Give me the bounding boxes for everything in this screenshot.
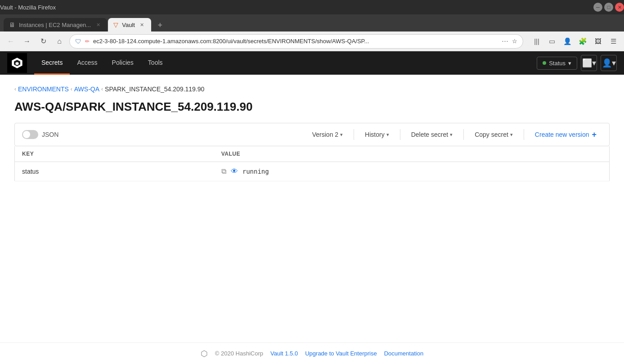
sidepanel-icon[interactable]: ▭ (546, 35, 558, 48)
console-chevron-icon: ▾ (592, 58, 596, 68)
status-button[interactable]: Status ▾ (537, 57, 577, 70)
version-chevron-icon: ▾ (340, 132, 343, 138)
breadcrumb-sep-1: ‹ (71, 86, 72, 92)
forward-button[interactable]: → (21, 35, 33, 48)
delete-label: Delete secret (411, 131, 448, 138)
history-chevron-icon: ▾ (386, 132, 389, 138)
breadcrumb-sep-2: ‹ (101, 86, 103, 92)
browser-actions: ||| ▭ 👤 🧩 🖼 ☰ (530, 35, 620, 48)
table-head: Key Value (15, 146, 610, 162)
json-toggle[interactable] (22, 130, 38, 139)
create-new-icon: + (592, 130, 597, 139)
url-text: ec2-3-80-18-124.compute-1.amazonaws.com:… (93, 38, 498, 45)
breadcrumb-aws-qa[interactable]: AWS-QA (74, 85, 99, 93)
tab-vault-favicon: ▽ (113, 21, 118, 28)
value-cell-inner: ⧉ 👁 running (221, 167, 602, 175)
copy-value-icon[interactable]: ⧉ (221, 167, 226, 175)
new-tab-button[interactable]: + (154, 19, 166, 31)
account-icon[interactable]: 👤 (561, 35, 574, 48)
portrait-icon[interactable]: 🖼 (592, 35, 604, 48)
edit-icon: ✏ (85, 38, 90, 45)
copy-label: Copy secret (475, 131, 508, 138)
tab-ec2[interactable]: 🖥 Instances | EC2 Managen... ✕ (4, 18, 107, 31)
tab-ec2-close[interactable]: ✕ (94, 21, 102, 28)
toolbar-divider-3 (463, 129, 464, 140)
user-chevron-icon: ▾ (612, 58, 616, 68)
vault-logo[interactable] (7, 53, 27, 73)
nav-policies[interactable]: Policies (105, 51, 141, 75)
json-toggle-label: JSON (42, 131, 58, 138)
reload-button[interactable]: ↻ (37, 35, 49, 48)
delete-secret-button[interactable]: Delete secret ▾ (406, 128, 458, 141)
breadcrumb-current: SPARK_INSTANCE_54.209.119.90 (105, 85, 204, 93)
col-key: Key (15, 146, 214, 162)
console-button[interactable]: ⬜ ▾ (581, 55, 597, 71)
copy-secret-button[interactable]: Copy secret ▾ (469, 128, 518, 141)
version-button[interactable]: Version 2 ▾ (307, 128, 348, 141)
status-label: Status (549, 60, 566, 67)
tab-vault-label: Vault (122, 22, 135, 28)
tab-ec2-favicon: 🖥 (9, 21, 15, 28)
col-value: Value (214, 146, 610, 162)
console-icon: ⬜ (582, 58, 592, 68)
value-cell: ⧉ 👁 running (214, 162, 610, 181)
back-button[interactable]: ← (4, 35, 17, 48)
show-value-icon[interactable]: 👁 (231, 167, 238, 175)
user-icon: 👤 (602, 58, 612, 68)
minimize-button[interactable]: ─ (593, 3, 602, 12)
nav-tools[interactable]: Tools (141, 51, 170, 75)
json-toggle-wrap: JSON (22, 130, 58, 139)
table-row: status ⧉ 👁 running (15, 162, 610, 181)
tab-vault-close[interactable]: ✕ (139, 21, 146, 28)
create-new-version-button[interactable]: Create new version + (530, 127, 602, 142)
window-controls: ─ □ ✕ (593, 3, 624, 12)
address-bar: ← → ↻ ⌂ 🛡 ✏ ec2-3-80-18-124.compute-1.am… (0, 31, 624, 51)
secret-table: Key Value status ⧉ 👁 running (14, 146, 610, 181)
breadcrumb-sep-0: ‹ (14, 86, 16, 92)
breadcrumb: ‹ ENVIRONMENTS ‹ AWS-QA ‹ SPARK_INSTANCE… (14, 85, 610, 93)
copy-chevron-icon: ▾ (510, 132, 513, 138)
table-body: status ⧉ 👁 running (15, 162, 610, 181)
vault-navbar: Secrets Access Policies Tools Status ▾ ⬜… (0, 51, 624, 75)
nav-access[interactable]: Access (70, 51, 104, 75)
browser-titlebar: Vault - Mozilla Firefox ─ □ ✕ (0, 0, 624, 14)
create-new-label: Create new version (535, 131, 589, 138)
secret-toolbar: JSON Version 2 ▾ History ▾ Delete secret… (14, 123, 610, 146)
vault-logo-icon (11, 57, 23, 69)
url-more-icon[interactable]: ··· (502, 36, 508, 46)
user-button[interactable]: 👤 ▾ (601, 55, 617, 71)
bookmark-icon[interactable]: ☆ (512, 38, 517, 45)
secret-value: running (242, 168, 269, 175)
tab-vault[interactable]: ▽ Vault ✕ (108, 18, 151, 31)
history-button[interactable]: History ▾ (359, 128, 395, 141)
breadcrumb-environments[interactable]: ENVIRONMENTS (18, 85, 69, 93)
toolbar-divider-4 (524, 129, 524, 140)
table-header-row: Key Value (15, 146, 610, 162)
delete-chevron-icon: ▾ (450, 132, 453, 138)
home-button[interactable]: ⌂ (53, 35, 66, 48)
page-title: AWS-QA/SPARK_INSTANCE_54.209.119.90 (14, 100, 610, 114)
menu-icon[interactable]: ☰ (607, 35, 620, 48)
page-content: ‹ ENVIRONMENTS ‹ AWS-QA ‹ SPARK_INSTANCE… (0, 75, 624, 192)
toggle-knob (23, 131, 30, 138)
close-button[interactable]: ✕ (615, 3, 624, 12)
history-label: History (365, 131, 385, 138)
nav-secrets[interactable]: Secrets (34, 51, 70, 75)
bookmarks-icon[interactable]: ||| (530, 35, 543, 48)
extensions-icon[interactable]: 🧩 (576, 35, 589, 48)
browser-tabs: 🖥 Instances | EC2 Managen... ✕ ▽ Vault ✕… (0, 14, 624, 31)
shield-icon: 🛡 (75, 38, 81, 45)
version-label: Version 2 (312, 131, 338, 138)
browser-title: Vault - Mozilla Firefox (0, 4, 56, 11)
status-chevron-icon: ▾ (568, 60, 571, 67)
tab-ec2-label: Instances | EC2 Managen... (19, 22, 91, 28)
url-bar[interactable]: 🛡 ✏ ec2-3-80-18-124.compute-1.amazonaws.… (69, 34, 523, 49)
maximize-button[interactable]: □ (604, 3, 613, 12)
toolbar-divider-2 (400, 129, 400, 140)
status-indicator (543, 61, 546, 65)
key-cell: status (15, 162, 214, 181)
toolbar-divider-1 (354, 129, 354, 140)
